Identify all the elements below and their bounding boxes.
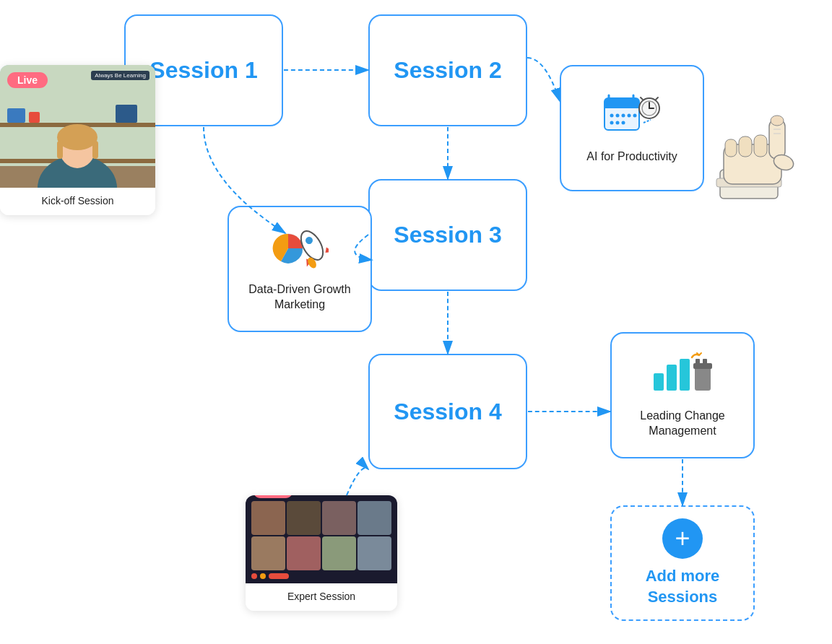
- leading-change-title: Leading Change Management: [622, 409, 743, 439]
- abl-tag: Always Be Learning: [91, 71, 150, 80]
- session-2-label: Session 2: [394, 57, 501, 84]
- ai-productivity-box[interactable]: AI for Productivity: [560, 65, 704, 191]
- session-3-box[interactable]: Session 3: [368, 179, 527, 291]
- svg-point-5: [610, 113, 614, 117]
- expert-face-2: [287, 501, 321, 535]
- expert-face-6: [287, 536, 321, 570]
- ctrl-yellow: [260, 573, 266, 579]
- ctrl-bar: [269, 573, 289, 579]
- leading-change-icon: [650, 352, 715, 403]
- expert-live-badge: Live: [253, 495, 293, 498]
- expert-face-7: [322, 536, 356, 570]
- svg-rect-25: [667, 365, 677, 391]
- expert-card[interactable]: Live Expert Session: [246, 495, 397, 611]
- expert-grid: [246, 495, 397, 570]
- svg-rect-49: [725, 139, 737, 157]
- svg-point-40: [57, 124, 98, 150]
- ctrl-red: [251, 573, 257, 579]
- add-sessions-label: Add more Sessions: [612, 566, 753, 607]
- kickoff-card[interactable]: Live Always Be Learning Kick-off Session: [0, 65, 155, 215]
- svg-point-8: [628, 113, 631, 117]
- svg-rect-30: [703, 359, 707, 366]
- leading-change-box[interactable]: Leading Change Management: [610, 332, 755, 458]
- svg-rect-29: [696, 359, 700, 366]
- svg-rect-47: [754, 135, 767, 157]
- svg-rect-48: [739, 136, 752, 157]
- svg-rect-2: [604, 105, 639, 108]
- session-4-box[interactable]: Session 4: [368, 354, 527, 469]
- svg-rect-24: [654, 373, 664, 391]
- ai-productivity-title: AI for Productivity: [586, 149, 677, 165]
- expert-label: Expert Session: [246, 583, 397, 611]
- data-driven-box[interactable]: Data-Driven Growth Marketing: [228, 206, 372, 332]
- hand-illustration: [688, 94, 832, 209]
- ai-productivity-icon: [603, 92, 661, 144]
- session-1-label: Session 1: [150, 57, 257, 84]
- expert-controls: [246, 570, 397, 583]
- data-driven-title: Data-Driven Growth Marketing: [239, 282, 360, 313]
- svg-rect-34: [7, 108, 25, 123]
- svg-rect-35: [29, 112, 40, 123]
- add-sessions-plus[interactable]: +: [662, 518, 703, 559]
- session-2-box[interactable]: Session 2: [368, 14, 527, 126]
- svg-point-10: [610, 121, 614, 124]
- svg-point-7: [622, 113, 625, 117]
- svg-point-6: [616, 113, 620, 117]
- add-sessions-box[interactable]: + Add more Sessions: [610, 505, 755, 621]
- kickoff-live-badge: Live: [7, 72, 48, 88]
- svg-rect-26: [680, 359, 690, 391]
- session-4-label: Session 4: [394, 399, 501, 425]
- plus-icon: +: [675, 526, 690, 552]
- expert-face-4: [358, 501, 391, 535]
- svg-line-19: [644, 120, 651, 123]
- svg-line-17: [641, 97, 643, 100]
- svg-point-9: [633, 113, 637, 117]
- svg-rect-41: [57, 141, 63, 159]
- expert-face-1: [251, 501, 285, 535]
- expert-face-3: [322, 501, 356, 535]
- data-driven-icon: [271, 225, 329, 277]
- svg-point-12: [622, 121, 625, 124]
- svg-rect-42: [92, 141, 98, 159]
- kickoff-label: Kick-off Session: [0, 188, 155, 215]
- svg-rect-36: [116, 105, 137, 123]
- svg-point-11: [616, 121, 620, 124]
- svg-line-18: [656, 97, 658, 100]
- expert-face-5: [251, 536, 285, 570]
- svg-rect-27: [695, 366, 711, 391]
- svg-point-51: [771, 116, 784, 126]
- expert-face-8: [358, 536, 391, 570]
- session-3-label: Session 3: [394, 222, 501, 248]
